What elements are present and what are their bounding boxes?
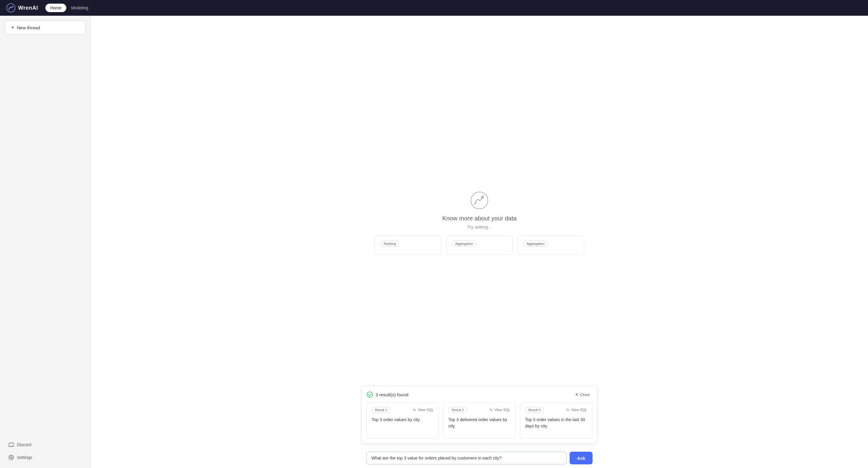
- suggestion-card-3[interactable]: Aggregation: [518, 235, 584, 255]
- result-card-2-header: Result 2 fx View SQL: [448, 407, 510, 413]
- view-sql-button-1[interactable]: fx View SQL: [413, 408, 434, 412]
- logo-area: WrenAI: [6, 3, 38, 13]
- home-nav-button[interactable]: Home: [45, 4, 66, 12]
- svg-point-6: [367, 392, 373, 397]
- discord-label: Discord: [17, 442, 31, 447]
- ask-button[interactable]: Ask: [569, 452, 593, 464]
- try-asking-text: Try asking...: [467, 224, 492, 230]
- result-badge-2: Result 2: [448, 407, 467, 413]
- tagline-text: Know more about your data: [442, 215, 517, 222]
- plus-icon: +: [11, 25, 14, 31]
- fx-icon-3: fx: [566, 408, 569, 412]
- close-button[interactable]: ✕ Close: [572, 391, 592, 398]
- discord-item[interactable]: Discord: [5, 439, 86, 450]
- result-text-2: Top 3 delivered order values by city.: [448, 416, 510, 429]
- main-layout: + New thread Discord Settings: [0, 16, 868, 468]
- suggestion-card-1[interactable]: Ranking: [375, 235, 441, 255]
- result-card-1-header: Result 1 fx View SQL: [372, 407, 434, 413]
- view-sql-label-3: View SQL: [571, 408, 587, 412]
- result-card-3-header: Result 3 fx View SQL: [525, 407, 587, 413]
- results-header: 3 result(s) found ✕ Close: [367, 391, 592, 398]
- suggestion-row: Ranking Aggregation Aggregation: [375, 235, 584, 255]
- svg-point-1: [12, 6, 13, 7]
- top-nav: WrenAI Home Modeling: [0, 0, 868, 16]
- hero-section: Know more about your data Try asking... …: [91, 16, 868, 448]
- hero-logo-icon: [470, 191, 489, 210]
- wren-logo-icon: [6, 3, 16, 13]
- settings-item[interactable]: Settings: [5, 452, 86, 463]
- result-badge-1: Result 1: [372, 407, 391, 413]
- result-text-1: Top 3 order values by city.: [372, 416, 434, 423]
- fx-icon-1: fx: [413, 408, 416, 412]
- suggestion-card-2[interactable]: Aggregation: [446, 235, 513, 255]
- settings-label: Settings: [17, 455, 32, 460]
- results-title: 3 result(s) found: [367, 391, 408, 398]
- result-card-1[interactable]: Result 1 fx View SQL Top 3 order values …: [367, 402, 439, 439]
- x-icon: ✕: [575, 392, 579, 397]
- result-text-3: Top 3 order values in the last 30 days b…: [525, 416, 587, 429]
- view-sql-label-1: View SQL: [417, 408, 434, 412]
- gear-icon: [8, 455, 14, 460]
- sidebar-bottom: Discord Settings: [5, 439, 86, 463]
- sidebar: + New thread Discord Settings: [0, 16, 91, 468]
- view-sql-button-2[interactable]: fx View SQL: [490, 408, 510, 412]
- result-badge-3: Result 3: [525, 407, 544, 413]
- fx-icon-2: fx: [490, 408, 492, 412]
- close-label: Close: [580, 393, 590, 397]
- tag-badge-1: Ranking: [380, 241, 399, 247]
- result-cards: Result 1 fx View SQL Top 3 order values …: [367, 402, 592, 439]
- new-thread-label: New thread: [17, 25, 40, 30]
- svg-point-2: [10, 457, 12, 458]
- discord-icon: [8, 442, 14, 447]
- new-thread-button[interactable]: + New thread: [5, 21, 86, 35]
- modeling-nav-button[interactable]: Modeling: [66, 4, 93, 12]
- view-sql-button-3[interactable]: fx View SQL: [566, 408, 587, 412]
- result-card-2[interactable]: Result 2 fx View SQL Top 3 delivered ord…: [443, 402, 516, 439]
- results-count-text: 3 result(s) found: [376, 392, 408, 397]
- results-panel: 3 result(s) found ✕ Close Result 1 fx Vi…: [361, 386, 597, 444]
- check-circle-icon: [367, 391, 373, 398]
- svg-point-0: [7, 4, 15, 12]
- logo-text: WrenAI: [18, 5, 38, 11]
- input-area: Ask: [361, 448, 597, 468]
- tag-badge-2: Aggregation: [452, 241, 476, 247]
- result-card-3[interactable]: Result 3 fx View SQL Top 3 order values …: [520, 402, 592, 439]
- tag-badge-3: Aggregation: [523, 241, 548, 247]
- content-area: Know more about your data Try asking... …: [91, 16, 868, 468]
- view-sql-label-2: View SQL: [495, 408, 510, 412]
- ask-input[interactable]: [366, 452, 566, 464]
